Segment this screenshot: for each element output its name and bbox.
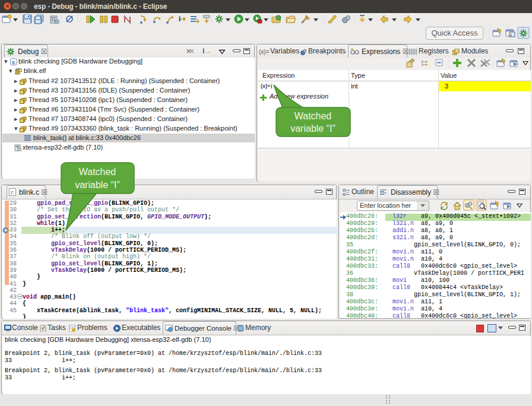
svg-text:Watched: Watched (79, 167, 116, 177)
svg-text:variable “I”: variable “I” (290, 123, 335, 134)
svg-text:variable “I”: variable “I” (75, 180, 120, 190)
svg-text:Watched: Watched (294, 111, 332, 121)
